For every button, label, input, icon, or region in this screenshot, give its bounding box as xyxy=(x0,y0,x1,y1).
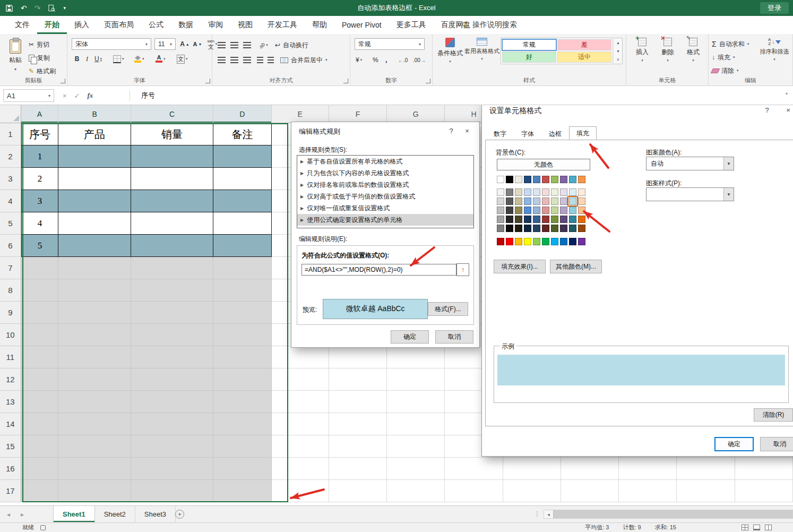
palette-swatch[interactable] xyxy=(542,176,549,183)
grid-cell[interactable] xyxy=(131,190,213,212)
grid-cell[interactable] xyxy=(21,480,59,502)
palette-swatch[interactable] xyxy=(524,176,531,183)
palette-swatch[interactable] xyxy=(497,188,504,196)
insert-cells-button[interactable]: + 插入 ▾ xyxy=(631,38,654,63)
grid-cell[interactable] xyxy=(21,302,59,324)
sheet-nav-left-icon[interactable]: ◂ xyxy=(2,506,15,522)
palette-swatch[interactable] xyxy=(569,216,576,223)
ribbon-tab-视图[interactable]: 视图 xyxy=(230,16,260,34)
row-header-3[interactable]: 3 xyxy=(0,168,21,190)
palette-swatch[interactable] xyxy=(515,188,522,196)
rule-type-item[interactable]: ▶仅对排名靠前或靠后的数值设置格式 xyxy=(297,179,473,191)
grid-cell[interactable] xyxy=(131,302,213,324)
palette-swatch[interactable] xyxy=(578,207,585,214)
row-header-14[interactable]: 14 xyxy=(0,413,21,435)
grid-cell[interactable]: 4 xyxy=(21,212,59,235)
insert-function-icon[interactable]: fx xyxy=(88,91,93,100)
grid-cell[interactable] xyxy=(387,368,445,391)
page-layout-view-icon[interactable] xyxy=(753,525,760,530)
ribbon-tab-公式[interactable]: 公式 xyxy=(141,16,171,34)
merge-center-button[interactable]: 合并后居中▾ xyxy=(280,54,327,66)
grid-cell[interactable] xyxy=(131,212,213,235)
name-box[interactable]: A1▾ xyxy=(3,89,54,102)
grid-cell[interactable] xyxy=(131,346,213,368)
number-dialog-launcher-icon[interactable] xyxy=(426,79,430,83)
grid-cell[interactable] xyxy=(58,435,131,458)
palette-swatch[interactable] xyxy=(497,225,504,232)
palette-swatch[interactable] xyxy=(551,207,558,214)
grid-cell[interactable] xyxy=(58,413,131,435)
grid-cell[interactable] xyxy=(58,324,131,346)
palette-swatch[interactable] xyxy=(551,176,558,183)
decrease-decimal-button[interactable]: .00→ xyxy=(413,54,426,66)
grid-cell[interactable] xyxy=(131,413,213,435)
conditional-formatting-button[interactable]: 条件格式 ▾ xyxy=(436,38,464,64)
grid-cell[interactable] xyxy=(58,368,131,391)
format-as-table-button[interactable]: 套用表格格式 ▾ xyxy=(464,38,499,61)
cell-style-常规[interactable]: 常规 xyxy=(502,39,556,50)
palette-swatch[interactable] xyxy=(506,238,513,245)
grid-cell[interactable] xyxy=(58,279,131,302)
tab-splitter-handle[interactable]: ⋮ xyxy=(534,510,540,518)
increase-font-size-button[interactable]: A▲ xyxy=(179,38,191,50)
grid-cell[interactable] xyxy=(58,458,131,480)
grid-cell[interactable] xyxy=(131,480,213,502)
grid-cell[interactable] xyxy=(561,458,619,480)
grid-cell[interactable] xyxy=(329,435,387,458)
palette-swatch[interactable] xyxy=(506,207,513,214)
row-header-11[interactable]: 11 xyxy=(0,346,21,368)
decrease-indent-button[interactable] xyxy=(257,54,263,66)
column-header-C[interactable]: C xyxy=(131,105,213,123)
palette-swatch[interactable] xyxy=(560,225,567,232)
align-top-button[interactable] xyxy=(218,39,226,51)
pattern-style-dropdown[interactable]: ▼ xyxy=(646,187,734,201)
cell-style-适中[interactable]: 适中 xyxy=(557,52,611,63)
page-break-view-icon[interactable] xyxy=(765,525,772,530)
font-color-button[interactable]: A▾ xyxy=(156,53,166,65)
column-header-F[interactable]: F xyxy=(329,105,387,123)
grid-cell[interactable] xyxy=(131,145,213,168)
wrap-text-button[interactable]: ↩自动换行 xyxy=(275,39,308,52)
underline-button[interactable]: U▾ xyxy=(93,53,104,65)
ribbon-tab-页面布局[interactable]: 页面布局 xyxy=(97,16,141,34)
grid-cell[interactable]: 5 xyxy=(21,235,59,257)
grid-cell[interactable]: 3 xyxy=(21,190,59,212)
grid-cell[interactable]: 备注 xyxy=(213,123,271,145)
palette-swatch[interactable] xyxy=(578,176,585,183)
ribbon-tab-帮助[interactable]: 帮助 xyxy=(305,16,334,34)
palette-swatch[interactable] xyxy=(515,176,522,183)
grid-cell[interactable] xyxy=(131,324,213,346)
grid-cell[interactable] xyxy=(213,190,271,212)
palette-swatch[interactable] xyxy=(506,225,513,232)
grid-cell[interactable] xyxy=(272,391,329,413)
palette-swatch[interactable] xyxy=(515,225,522,232)
grid-cell[interactable] xyxy=(213,235,271,257)
grid-cell[interactable] xyxy=(213,324,271,346)
palette-swatch[interactable] xyxy=(533,198,540,205)
grid-cell[interactable] xyxy=(677,458,735,480)
dialog-tab-字体[interactable]: 字体 xyxy=(514,127,541,140)
cancel-entry-icon[interactable]: × xyxy=(63,92,67,100)
grid-cell[interactable] xyxy=(58,190,131,212)
grid-cell[interactable] xyxy=(213,145,271,168)
no-color-button[interactable]: 无颜色 xyxy=(497,159,590,170)
grid-cell[interactable] xyxy=(735,480,793,502)
grid-cell[interactable] xyxy=(213,168,271,190)
grid-cell[interactable] xyxy=(213,480,271,502)
grid-cell[interactable] xyxy=(213,413,271,435)
grid-cell[interactable] xyxy=(445,480,503,502)
paste-button[interactable]: 粘贴 ▾ xyxy=(4,37,27,79)
format-button[interactable]: 格式(F)... xyxy=(428,302,468,316)
grid-cell[interactable] xyxy=(58,257,131,279)
palette-swatch[interactable] xyxy=(569,207,576,214)
palette-swatch[interactable] xyxy=(515,198,522,205)
align-left-button[interactable] xyxy=(218,54,226,66)
palette-swatch[interactable] xyxy=(506,198,513,205)
tell-me-search[interactable]: 操作说明搜索 xyxy=(461,16,517,34)
grid-cell[interactable] xyxy=(58,212,131,235)
grid-cell[interactable] xyxy=(21,458,59,480)
close-icon[interactable]: × xyxy=(781,105,793,115)
palette-swatch[interactable] xyxy=(506,188,513,196)
select-all-corner[interactable] xyxy=(0,105,21,123)
confirm-entry-icon[interactable]: ✓ xyxy=(74,92,80,100)
